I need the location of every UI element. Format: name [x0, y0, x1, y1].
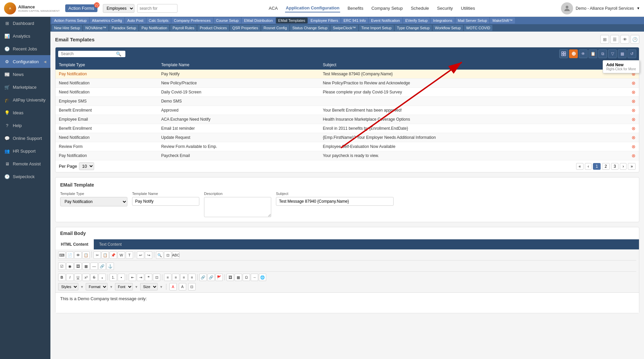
align-right-btn[interactable]: ≡ — [180, 274, 188, 281]
subnav1-email-templates[interactable]: EMail Templates — [276, 17, 308, 24]
table-row[interactable]: Benefit Enrollment Approved Your Benefit… — [55, 106, 639, 115]
table-row[interactable]: Pay Notification Paycheck Email Your pay… — [55, 151, 639, 160]
unlink-btn[interactable]: 🔗 — [207, 274, 215, 281]
bg-color-btn[interactable]: A — [179, 283, 186, 290]
sidebar-item-recent-jobs[interactable]: 🕐 Recent Jobs — [0, 42, 50, 55]
subnav2-type-change[interactable]: Type Change Setup — [395, 25, 432, 31]
styles-select[interactable]: Styles — [58, 283, 78, 290]
subnav1-event-notification[interactable]: Event Notification — [369, 17, 402, 24]
paste-word-btn[interactable]: W — [118, 251, 125, 259]
top-search-input[interactable] — [137, 4, 177, 13]
cell-delete[interactable]: ⊗ — [628, 124, 639, 133]
table-row[interactable]: Review Form Review Form Available to Emp… — [55, 142, 639, 151]
format-select[interactable]: Format — [86, 283, 108, 290]
sidebar-item-configuration[interactable]: ⚙ Configuration ◀ — [0, 55, 50, 68]
subnav2-wotc[interactable]: WOTC COVID — [464, 25, 493, 31]
nav-security[interactable]: Security — [436, 4, 453, 12]
sidebar-item-analytics[interactable]: 📊 Analytics — [0, 30, 50, 42]
indent-btn[interactable]: ⇥ — [137, 274, 144, 281]
delete-icon[interactable]: ⊗ — [632, 89, 636, 95]
subnav2-product-choices[interactable]: Product Choices — [197, 25, 229, 31]
find-btn[interactable]: 🔍 — [156, 251, 163, 259]
align-left-btn[interactable]: ≡ — [164, 274, 171, 281]
size-select[interactable]: Size — [140, 283, 158, 290]
ul-btn[interactable]: • — [118, 274, 125, 281]
nav-company-setup[interactable]: Company Setup — [371, 4, 403, 12]
blockquote-btn[interactable]: ❝ — [145, 274, 152, 281]
subnav1-employee-filters[interactable]: Employee Filters — [308, 17, 340, 24]
subnav2-new-hire[interactable]: New Hire Setup — [52, 25, 82, 31]
delete-icon[interactable]: ⊗ — [632, 117, 636, 122]
delete-icon[interactable]: ⊗ — [632, 108, 636, 113]
cell-delete[interactable]: ⊗ — [628, 151, 639, 160]
special-btn[interactable]: Ω — [243, 274, 250, 281]
cell-delete[interactable]: ⊗ — [628, 106, 639, 115]
template-type-select[interactable]: Pay Notification Need Notification Emplo… — [60, 197, 127, 206]
first-page-btn[interactable]: « — [576, 163, 584, 170]
header-list-icon[interactable]: ☰ — [610, 35, 619, 44]
header-preview-icon[interactable]: 👁 — [620, 35, 629, 44]
copy-btn[interactable]: 📋 — [102, 251, 109, 259]
sidebar-item-ideas[interactable]: 💡 Ideas — [0, 106, 50, 119]
color-btn[interactable]: 🌐 — [259, 274, 266, 281]
sidebar-item-swipeclock[interactable]: 🕐 Swipeclock — [0, 170, 50, 183]
cell-delete[interactable]: ⊗ — [628, 88, 639, 97]
table-row[interactable]: Benefit Enrollment Email 1st reminder En… — [55, 124, 639, 133]
redo-btn[interactable]: ↪ — [145, 251, 152, 259]
paste-btn[interactable]: 📌 — [110, 251, 117, 259]
subnav1-mail-server[interactable]: Mail Server Setup — [455, 17, 489, 24]
subnav2-pay-notification[interactable]: Pay Notification — [139, 25, 169, 31]
table-row[interactable]: Need Notification New Policy/Practice Ne… — [55, 79, 639, 88]
toolbar-grid-icon[interactable] — [559, 49, 568, 58]
new-page-btn[interactable]: 📄 — [66, 251, 74, 259]
subscript-btn[interactable]: ₂ — [98, 274, 106, 281]
strikethrough-btn[interactable]: S — [90, 274, 98, 281]
nav-app-config[interactable]: Application Configuration — [285, 4, 340, 12]
checkbox-btn[interactable]: ☑ — [58, 263, 66, 270]
anchor-btn[interactable]: ⚓ — [107, 263, 114, 270]
subnav2-rosnet[interactable]: Rosnet Config — [261, 25, 289, 31]
nav-schedule[interactable]: Schedule — [410, 4, 430, 12]
sidebar-item-marketplace[interactable]: 🛒 Marketplace — [0, 81, 50, 93]
cell-delete[interactable]: ⊗ — [628, 97, 639, 106]
more-btn[interactable]: → — [251, 274, 258, 281]
delete-icon[interactable]: ⊗ — [632, 153, 636, 158]
spell-btn[interactable]: ABC — [172, 251, 179, 259]
align-center-btn[interactable]: ≡ — [172, 274, 179, 281]
toolbar-refresh-icon[interactable]: ↺ — [628, 49, 636, 58]
cell-delete[interactable]: ⊗ — [628, 115, 639, 124]
cut-btn[interactable]: ✂ — [93, 251, 101, 259]
outdent-btn[interactable]: ⇤ — [129, 274, 136, 281]
flag-btn[interactable]: 🚩 — [215, 274, 223, 281]
search-input[interactable] — [61, 51, 115, 56]
subnav1-makeshift[interactable]: MakeShift™ — [490, 17, 515, 24]
table2-btn[interactable]: ▦ — [235, 274, 242, 281]
toolbar-view-icon[interactable]: 👁 — [579, 49, 588, 58]
link2-btn[interactable]: 🔗 — [199, 274, 207, 281]
select-all-btn[interactable]: ⊡ — [164, 251, 171, 259]
subnav1-altametrics[interactable]: Altametrics Config — [90, 17, 124, 24]
template-name-input[interactable] — [132, 197, 199, 206]
div-btn[interactable]: ⊡ — [153, 274, 160, 281]
font-select[interactable]: Font — [115, 283, 133, 290]
subnav1-email-distribution[interactable]: EMail Distribution — [242, 17, 275, 24]
page-3-btn[interactable]: 3 — [611, 163, 619, 170]
delete-icon[interactable]: ⊗ — [632, 80, 636, 86]
nav-aca[interactable]: ACA — [268, 4, 279, 12]
subnav1-erc-941[interactable]: ERC 941 Info — [341, 17, 368, 24]
subnav1-integrations[interactable]: Integrations — [431, 17, 454, 24]
link-btn[interactable]: 🔗 — [98, 263, 106, 270]
preview-btn[interactable]: 👁 — [74, 251, 82, 259]
cell-delete[interactable]: ⊗ — [628, 133, 639, 142]
radio-btn[interactable]: ◉ — [66, 263, 74, 270]
per-page-select[interactable]: 10 25 50 — [79, 162, 94, 170]
nav-utilities[interactable]: Utilities — [460, 4, 476, 12]
nav-benefits[interactable]: Benefits — [347, 4, 364, 12]
description-textarea[interactable] — [204, 197, 271, 217]
italic-btn[interactable]: I — [66, 274, 74, 281]
cell-delete[interactable]: ⊗ — [628, 79, 639, 88]
delete-icon[interactable]: ⊗ — [632, 135, 636, 140]
table-btn[interactable]: ▦ — [82, 263, 90, 270]
sidebar-item-allpay[interactable]: 🎓 AllPay University — [0, 93, 50, 106]
image-btn[interactable]: 🖼 — [74, 263, 82, 270]
